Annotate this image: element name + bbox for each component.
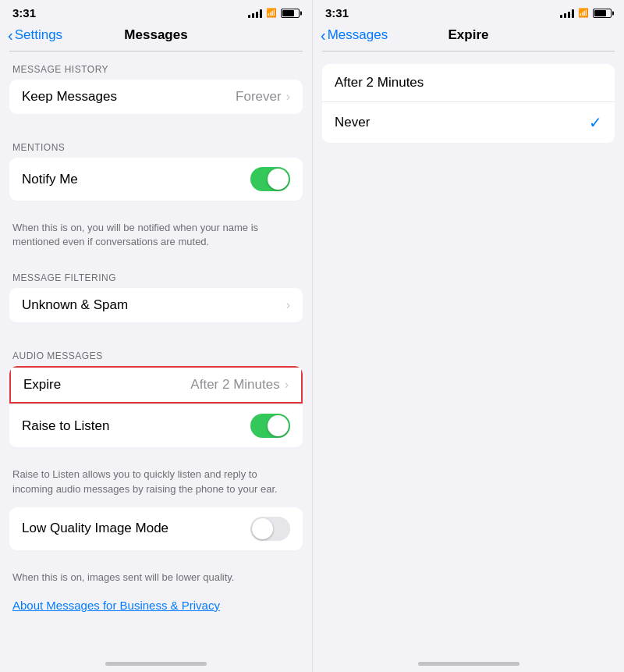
notify-me-row[interactable]: Notify Me bbox=[9, 158, 303, 201]
keep-messages-value: Forever bbox=[236, 89, 282, 105]
expire-option-after-2-minutes-label: After 2 Minutes bbox=[335, 75, 602, 91]
never-checkmark-icon: ✓ bbox=[589, 113, 602, 132]
right-nav-title: Expire bbox=[448, 27, 489, 43]
audio-messages-group: Expire After 2 Minutes › Raise to Listen bbox=[9, 366, 303, 447]
expire-option-after-2-minutes[interactable]: After 2 Minutes bbox=[322, 64, 615, 101]
right-back-chevron-icon: ‹ bbox=[321, 27, 326, 44]
message-filtering-group: Unknown & Spam › bbox=[9, 288, 303, 322]
right-back-label: Messages bbox=[328, 27, 388, 43]
right-back-button[interactable]: ‹ Messages bbox=[321, 27, 388, 44]
left-status-bar: 3:31 📶 bbox=[0, 0, 312, 23]
left-scroll-area[interactable]: MESSAGE HISTORY Keep Messages Forever › … bbox=[0, 52, 312, 649]
low-quality-group: Low Quality Image Mode bbox=[9, 507, 303, 550]
right-status-bar: 3:31 📶 bbox=[313, 0, 624, 23]
right-wifi-icon: 📶 bbox=[578, 8, 589, 18]
low-quality-row[interactable]: Low Quality Image Mode bbox=[9, 507, 303, 550]
message-history-label: MESSAGE HISTORY bbox=[0, 52, 312, 80]
unknown-spam-row[interactable]: Unknown & Spam › bbox=[9, 288, 303, 322]
raise-to-listen-description: Raise to Listen allows you to quickly li… bbox=[0, 463, 312, 507]
expire-row[interactable]: Expire After 2 Minutes › bbox=[9, 366, 303, 404]
message-filtering-label: MESSAGE FILTERING bbox=[0, 260, 312, 288]
expire-option-never-label: Never bbox=[335, 115, 589, 130]
expire-options-group: After 2 Minutes Never ✓ bbox=[322, 64, 615, 143]
low-quality-description: When this is on, images sent will be low… bbox=[0, 566, 312, 596]
left-status-icons: 📶 bbox=[248, 8, 300, 18]
right-home-indicator bbox=[313, 649, 624, 672]
expire-option-never[interactable]: Never ✓ bbox=[322, 101, 615, 143]
left-back-chevron-icon: ‹ bbox=[8, 27, 13, 44]
right-nav-bar: ‹ Messages Expire bbox=[313, 23, 624, 51]
right-scroll-area: After 2 Minutes Never ✓ bbox=[313, 52, 624, 649]
right-status-icons: 📶 bbox=[560, 8, 612, 18]
message-history-group: Keep Messages Forever › bbox=[9, 80, 303, 114]
left-nav-bar: ‹ Settings Messages bbox=[0, 23, 312, 51]
mentions-label: MENTIONS bbox=[0, 130, 312, 158]
raise-to-listen-row[interactable]: Raise to Listen bbox=[9, 404, 303, 447]
left-home-indicator bbox=[0, 649, 312, 672]
left-panel: 3:31 📶 ‹ Settings Messages MESSAGE HISTO… bbox=[0, 0, 312, 672]
right-panel: 3:31 📶 ‹ Messages Expire After 2 Minutes bbox=[312, 0, 624, 672]
audio-messages-label: AUDIO MESSAGES bbox=[0, 338, 312, 366]
raise-to-listen-toggle[interactable] bbox=[250, 414, 290, 438]
left-nav-title: Messages bbox=[124, 27, 187, 43]
mentions-group: Notify Me bbox=[9, 158, 303, 201]
expire-chevron-icon: › bbox=[285, 378, 289, 392]
left-time: 3:31 bbox=[12, 6, 36, 20]
signal-icon bbox=[248, 9, 262, 18]
low-quality-label: Low Quality Image Mode bbox=[22, 521, 250, 536]
left-back-label: Settings bbox=[15, 27, 62, 43]
notify-me-toggle[interactable] bbox=[250, 167, 290, 191]
raise-to-listen-label: Raise to Listen bbox=[22, 418, 250, 434]
keep-messages-row[interactable]: Keep Messages Forever › bbox=[9, 80, 303, 114]
notify-me-description: When this is on, you will be notified wh… bbox=[0, 216, 312, 260]
right-battery-icon bbox=[593, 9, 612, 18]
keep-messages-label: Keep Messages bbox=[22, 89, 236, 105]
battery-icon bbox=[281, 9, 300, 18]
left-back-button[interactable]: ‹ Settings bbox=[8, 27, 62, 44]
right-signal-icon bbox=[560, 9, 574, 18]
low-quality-toggle[interactable] bbox=[250, 517, 290, 541]
expire-value: After 2 Minutes bbox=[190, 377, 279, 393]
unknown-spam-chevron-icon: › bbox=[286, 298, 290, 312]
expire-label: Expire bbox=[23, 377, 190, 393]
unknown-spam-label: Unknown & Spam bbox=[22, 297, 286, 313]
wifi-icon: 📶 bbox=[266, 8, 277, 18]
notify-me-label: Notify Me bbox=[22, 172, 250, 187]
messages-business-link[interactable]: About Messages for Business & Privacy bbox=[0, 596, 312, 628]
right-time: 3:31 bbox=[325, 6, 349, 20]
keep-messages-chevron-icon: › bbox=[286, 90, 290, 104]
